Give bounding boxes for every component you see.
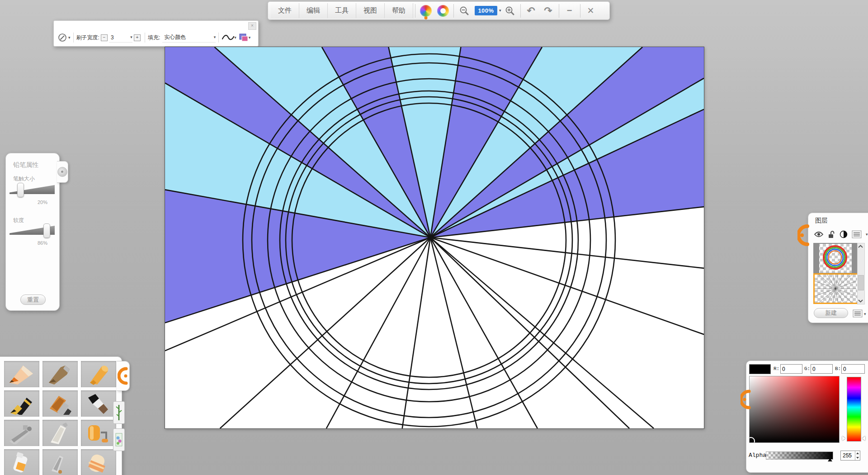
menu-item-1[interactable]: 编辑 — [299, 3, 328, 18]
fill-select[interactable]: 实心颜色 ▾ — [162, 33, 216, 43]
swatch-caret[interactable]: ▾ — [249, 36, 251, 40]
fill-value: 实心颜色 — [164, 33, 186, 41]
tool-paint-roller[interactable] — [81, 420, 116, 446]
spin-up-icon[interactable] — [856, 452, 859, 454]
tool-eraser[interactable] — [81, 449, 116, 475]
swirl-ball-button[interactable] — [434, 3, 452, 18]
scroll-up-icon[interactable] — [858, 244, 863, 249]
tool-paint-bottle-icon — [7, 451, 37, 474]
layers-panel: 图层 ▾ — [808, 213, 868, 323]
redo-button[interactable]: ↷ — [540, 3, 557, 18]
app-window: 文件编辑工具视图帮助 100% ▾ — [0, 0, 868, 475]
alpha-value: 255 — [843, 452, 852, 459]
tool-palette-panel — [0, 356, 122, 475]
scroll-down-icon[interactable] — [858, 299, 863, 303]
b-label: B: — [835, 366, 841, 371]
palette-ball-button[interactable] — [417, 3, 434, 18]
color-swatch-icon[interactable] — [239, 33, 249, 42]
zoom-out-button[interactable] — [456, 3, 473, 18]
menu-item-0[interactable]: 文件 — [271, 3, 299, 18]
alpha-slider-marker[interactable] — [828, 458, 832, 461]
zoom-in-button[interactable] — [501, 3, 519, 18]
menu-item-4[interactable]: 帮助 — [385, 3, 413, 18]
hue-marker-left[interactable] — [842, 436, 845, 441]
tool-metal-nib-pen[interactable] — [42, 449, 78, 475]
eye-icon[interactable] — [814, 231, 824, 238]
pencil-panel-tab-handle[interactable] — [57, 161, 68, 183]
menu-item-2[interactable]: 工具 — [328, 3, 356, 18]
fill-caret: ▾ — [214, 35, 216, 39]
undo-button[interactable]: ↶ — [523, 3, 540, 18]
width-decrease-button[interactable]: − — [101, 34, 108, 41]
picture-stamp-button[interactable] — [113, 428, 125, 451]
zoom-level-select[interactable]: 100% — [473, 3, 499, 18]
brush-width-select[interactable]: 3 ▾ — [109, 33, 132, 43]
layer-thumbnail-rainbow-circle[interactable] — [813, 243, 858, 274]
unlock-icon[interactable] — [828, 230, 835, 238]
rainbow-circle-thumb — [814, 244, 857, 273]
ray-line — [430, 238, 654, 428]
close-button[interactable]: ✕ — [582, 3, 599, 18]
softness-slider-thumb[interactable] — [43, 223, 50, 238]
close-toolbar-button[interactable]: × — [248, 22, 256, 30]
color-panel-tab-handle[interactable] — [741, 388, 751, 411]
alpha-spinner[interactable] — [855, 451, 860, 460]
tool-metal-nib-pen-icon — [45, 451, 75, 474]
reset-button[interactable]: 重置 — [20, 294, 46, 305]
width-caret: ▾ — [130, 35, 132, 39]
stroke-size-slider-thumb[interactable] — [17, 183, 24, 197]
tool-charcoal-stick[interactable] — [42, 361, 78, 387]
ray-pattern-drawing — [165, 47, 704, 428]
softness-label: 软度 — [13, 217, 24, 224]
tool-paint-bottle[interactable] — [4, 449, 39, 475]
width-increase-button[interactable]: + — [134, 34, 141, 41]
tool-caret[interactable]: ▾ — [68, 36, 71, 40]
toolbar-separator — [580, 4, 580, 18]
undo-icon: ↶ — [527, 5, 535, 17]
ray-sketch-thumb — [815, 275, 856, 303]
bamboo-stamp-button[interactable] — [113, 401, 125, 424]
tool-airbrush[interactable] — [4, 420, 39, 446]
tool-ink-brush[interactable] — [81, 390, 116, 417]
new-layer-button[interactable]: 新建 — [814, 308, 848, 318]
r-input[interactable] — [780, 364, 802, 374]
menu-item-3[interactable]: 视图 — [356, 3, 385, 18]
stroke-style-caret[interactable]: ▾ — [234, 36, 236, 40]
layers-scrollbar[interactable] — [857, 243, 865, 304]
orange-crescent-icon — [118, 366, 129, 386]
layers-panel-tab-handle[interactable] — [797, 223, 810, 248]
spin-down-icon[interactable] — [856, 457, 859, 459]
tool-palette-knife-icon — [45, 422, 75, 444]
b-input[interactable] — [841, 364, 865, 374]
list-icon[interactable] — [852, 230, 862, 238]
contrast-icon[interactable] — [840, 230, 848, 238]
layer-options-caret[interactable]: ▾ — [864, 312, 866, 316]
picture-icon — [115, 431, 123, 449]
scrollbar-thumb[interactable] — [858, 275, 864, 290]
minimize-button[interactable]: − — [561, 3, 578, 18]
fill-label: 填充: — [148, 34, 160, 42]
drawing-canvas[interactable] — [165, 47, 704, 429]
squiggle-line-icon[interactable] — [222, 33, 234, 42]
tool-flat-brush[interactable] — [42, 390, 78, 417]
tool-palette-knife[interactable] — [42, 420, 78, 446]
hue-slider[interactable] — [847, 377, 861, 442]
tool-fountain-pen[interactable] — [4, 390, 39, 417]
alpha-slider[interactable] — [766, 451, 833, 460]
tool-ink-brush-icon — [84, 392, 113, 415]
saturation-value-picker[interactable] — [749, 376, 840, 443]
layer-options-icon[interactable] — [853, 309, 863, 318]
tool-crayon[interactable] — [81, 361, 116, 387]
stroke-size-slider[interactable] — [9, 185, 55, 194]
tool-pencil[interactable] — [4, 361, 39, 387]
toolbar-separator — [453, 4, 454, 18]
pencil-circle-icon[interactable] — [57, 33, 68, 43]
stroke-size-label: 笔触大小 — [13, 175, 35, 183]
tool-palette-tab-handle[interactable] — [117, 361, 130, 391]
hue-marker-right[interactable] — [862, 436, 865, 441]
g-input[interactable] — [811, 364, 833, 374]
menu-bar: 文件编辑工具视图帮助 — [271, 3, 413, 18]
alpha-value-box[interactable]: 255 — [840, 451, 860, 461]
layer-thumbnail-ray-sketch[interactable] — [813, 273, 859, 304]
layer-menu-caret[interactable]: ▾ — [866, 233, 868, 237]
